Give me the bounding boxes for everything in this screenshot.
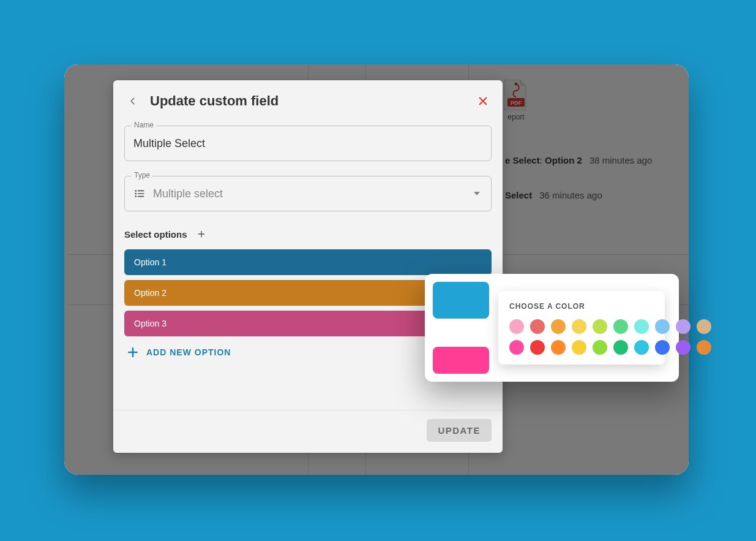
svg-rect-7 bbox=[138, 193, 144, 194]
color-swatch[interactable] bbox=[676, 319, 691, 334]
color-swatch[interactable] bbox=[551, 319, 566, 334]
popover-anchor-secondary bbox=[433, 347, 489, 374]
modal-footer: UPDATE bbox=[113, 410, 503, 453]
color-swatch[interactable] bbox=[572, 340, 586, 355]
color-swatch[interactable] bbox=[551, 340, 566, 355]
color-swatch[interactable] bbox=[509, 340, 524, 355]
color-swatch[interactable] bbox=[634, 340, 649, 355]
list-icon bbox=[133, 187, 146, 200]
stage: PDF eport e Select: Option 2 38 minutes … bbox=[0, 0, 756, 541]
color-swatch[interactable] bbox=[613, 319, 628, 334]
svg-rect-4 bbox=[135, 193, 137, 195]
back-button[interactable] bbox=[124, 93, 141, 110]
color-popover: CHOOSE A COLOR bbox=[425, 274, 679, 382]
color-swatch[interactable] bbox=[593, 319, 607, 334]
option-label: Option 1 bbox=[134, 257, 167, 267]
options-section-label: Select options bbox=[124, 229, 187, 240]
svg-rect-8 bbox=[138, 196, 144, 197]
color-swatch[interactable] bbox=[530, 340, 545, 355]
color-swatch[interactable] bbox=[697, 340, 711, 355]
modal-title: Update custom field bbox=[150, 93, 466, 109]
plus-icon bbox=[127, 346, 139, 358]
close-icon bbox=[477, 96, 488, 107]
color-swatch[interactable] bbox=[655, 340, 670, 355]
color-popover-panel: CHOOSE A COLOR bbox=[498, 291, 665, 365]
options-section-header: Select options bbox=[124, 229, 492, 240]
color-swatch[interactable] bbox=[593, 340, 607, 355]
popover-anchor-active bbox=[433, 282, 489, 319]
update-field-modal: Update custom field Name Type bbox=[113, 80, 503, 453]
color-swatch[interactable] bbox=[634, 319, 649, 334]
type-value: Multiple select bbox=[153, 187, 466, 200]
plus-icon bbox=[197, 230, 206, 238]
name-label: Name bbox=[132, 121, 156, 129]
modal-header: Update custom field bbox=[113, 80, 503, 118]
chevron-left-icon bbox=[129, 97, 137, 105]
color-swatch[interactable] bbox=[530, 319, 545, 334]
color-swatch[interactable] bbox=[509, 319, 524, 334]
color-swatch[interactable] bbox=[572, 319, 586, 334]
type-select[interactable]: Multiple select bbox=[124, 176, 492, 211]
option-label: Option 2 bbox=[134, 288, 167, 298]
option-label: Option 3 bbox=[134, 319, 167, 328]
svg-rect-5 bbox=[135, 195, 137, 197]
name-input[interactable] bbox=[124, 126, 492, 161]
chevron-down-icon bbox=[474, 192, 480, 195]
color-swatch[interactable] bbox=[676, 340, 691, 355]
option-row[interactable]: Option 1 bbox=[124, 249, 492, 275]
color-swatch[interactable] bbox=[655, 319, 670, 334]
name-field-wrap: Name bbox=[124, 126, 492, 161]
color-swatch[interactable] bbox=[697, 319, 711, 334]
popover-title: CHOOSE A COLOR bbox=[509, 302, 654, 311]
svg-rect-3 bbox=[135, 190, 137, 192]
add-option-small-button[interactable] bbox=[196, 229, 207, 240]
update-button[interactable]: UPDATE bbox=[427, 419, 492, 442]
type-label: Type bbox=[132, 171, 152, 180]
close-button[interactable] bbox=[474, 93, 492, 110]
color-swatch[interactable] bbox=[613, 340, 628, 355]
type-field-wrap: Type Multiple select bbox=[124, 176, 492, 211]
svg-rect-6 bbox=[138, 191, 144, 192]
add-option-label: ADD NEW OPTION bbox=[146, 347, 231, 357]
color-swatch-grid bbox=[509, 319, 654, 355]
